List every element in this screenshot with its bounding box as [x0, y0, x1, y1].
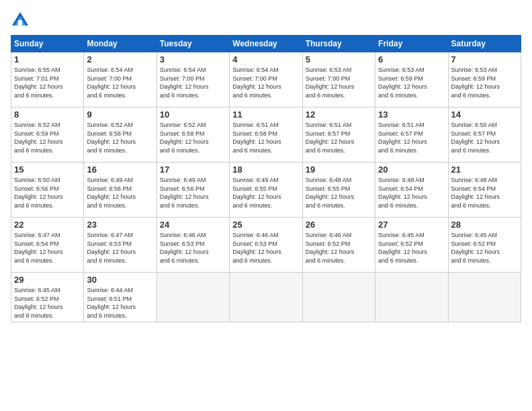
logo-icon	[11, 11, 30, 30]
day-number: 27	[378, 220, 445, 230]
page: SundayMondayTuesdayWednesdayThursdayFrid…	[0, 0, 532, 411]
week-row-3: 15Sunrise: 6:50 AMSunset: 6:56 PMDayligh…	[11, 163, 521, 218]
day-number: 15	[14, 165, 81, 175]
calendar-cell: 12Sunrise: 6:51 AMSunset: 6:57 PMDayligh…	[302, 107, 375, 163]
day-info: Sunrise: 6:52 AMSunset: 6:58 PMDaylight:…	[160, 121, 226, 154]
day-number: 23	[87, 220, 153, 230]
day-number: 20	[378, 165, 445, 175]
day-info: Sunrise: 6:45 AMSunset: 6:52 PMDaylight:…	[451, 231, 518, 265]
calendar-cell	[302, 273, 375, 322]
day-number: 3	[160, 54, 226, 64]
calendar-cell: 28Sunrise: 6:45 AMSunset: 6:52 PMDayligh…	[448, 218, 521, 273]
day-number: 2	[87, 54, 153, 64]
day-number: 9	[87, 109, 153, 120]
col-header-friday: Friday	[375, 36, 448, 52]
calendar-cell: 27Sunrise: 6:45 AMSunset: 6:52 PMDayligh…	[375, 218, 448, 273]
calendar-cell: 3Sunrise: 6:54 AMSunset: 7:00 PMDaylight…	[157, 52, 229, 107]
day-number: 29	[14, 275, 81, 285]
day-number: 4	[232, 54, 299, 64]
calendar-cell: 15Sunrise: 6:50 AMSunset: 6:56 PMDayligh…	[11, 163, 84, 218]
day-number: 24	[160, 220, 226, 230]
logo	[11, 11, 32, 30]
day-info: Sunrise: 6:48 AMSunset: 6:54 PMDaylight:…	[378, 176, 445, 210]
day-info: Sunrise: 6:51 AMSunset: 6:57 PMDaylight:…	[378, 121, 445, 154]
day-number: 6	[378, 54, 445, 64]
day-info: Sunrise: 6:48 AMSunset: 6:55 PMDaylight:…	[306, 176, 372, 210]
calendar-cell	[375, 273, 448, 322]
calendar-cell: 2Sunrise: 6:54 AMSunset: 7:00 PMDaylight…	[84, 52, 157, 107]
calendar-cell: 21Sunrise: 6:48 AMSunset: 6:54 PMDayligh…	[448, 163, 521, 218]
day-info: Sunrise: 6:54 AMSunset: 7:00 PMDaylight:…	[232, 66, 299, 99]
day-number: 25	[232, 220, 299, 230]
day-info: Sunrise: 6:46 AMSunset: 6:53 PMDaylight:…	[160, 231, 226, 265]
week-row-2: 8Sunrise: 6:52 AMSunset: 6:59 PMDaylight…	[11, 107, 521, 163]
calendar-cell: 26Sunrise: 6:46 AMSunset: 6:52 PMDayligh…	[302, 218, 375, 273]
day-info: Sunrise: 6:48 AMSunset: 6:54 PMDaylight:…	[451, 176, 518, 210]
day-info: Sunrise: 6:49 AMSunset: 6:56 PMDaylight:…	[87, 176, 153, 210]
col-header-tuesday: Tuesday	[157, 36, 229, 52]
day-info: Sunrise: 6:53 AMSunset: 7:00 PMDaylight:…	[306, 66, 372, 99]
day-number: 10	[160, 109, 226, 120]
day-info: Sunrise: 6:52 AMSunset: 6:58 PMDaylight:…	[87, 121, 153, 154]
day-number: 26	[306, 220, 372, 230]
calendar-cell: 17Sunrise: 6:49 AMSunset: 6:56 PMDayligh…	[157, 163, 229, 218]
day-info: Sunrise: 6:49 AMSunset: 6:55 PMDaylight:…	[232, 176, 299, 210]
day-number: 18	[232, 165, 299, 175]
calendar-cell: 16Sunrise: 6:49 AMSunset: 6:56 PMDayligh…	[84, 163, 157, 218]
calendar-cell: 18Sunrise: 6:49 AMSunset: 6:55 PMDayligh…	[230, 163, 302, 218]
day-number: 5	[306, 54, 372, 64]
calendar-table: SundayMondayTuesdayWednesdayThursdayFrid…	[11, 35, 521, 322]
day-info: Sunrise: 6:44 AMSunset: 6:51 PMDaylight:…	[87, 286, 153, 320]
calendar-cell: 9Sunrise: 6:52 AMSunset: 6:58 PMDaylight…	[84, 107, 157, 163]
calendar-cell	[448, 273, 521, 322]
day-number: 28	[451, 220, 518, 230]
day-number: 12	[306, 109, 372, 120]
day-info: Sunrise: 6:49 AMSunset: 6:56 PMDaylight:…	[160, 176, 226, 210]
calendar-cell: 1Sunrise: 6:55 AMSunset: 7:01 PMDaylight…	[11, 52, 84, 107]
day-number: 7	[451, 54, 518, 64]
calendar-cell: 6Sunrise: 6:53 AMSunset: 6:59 PMDaylight…	[375, 52, 448, 107]
calendar-cell: 14Sunrise: 6:50 AMSunset: 6:57 PMDayligh…	[448, 107, 521, 163]
day-info: Sunrise: 6:54 AMSunset: 7:00 PMDaylight:…	[160, 66, 226, 99]
calendar-cell: 13Sunrise: 6:51 AMSunset: 6:57 PMDayligh…	[375, 107, 448, 163]
day-info: Sunrise: 6:47 AMSunset: 6:53 PMDaylight:…	[87, 231, 153, 265]
col-header-wednesday: Wednesday	[230, 36, 302, 52]
calendar-cell: 4Sunrise: 6:54 AMSunset: 7:00 PMDaylight…	[230, 52, 302, 107]
day-info: Sunrise: 6:51 AMSunset: 6:58 PMDaylight:…	[232, 121, 299, 154]
day-info: Sunrise: 6:47 AMSunset: 6:54 PMDaylight:…	[14, 231, 81, 265]
day-info: Sunrise: 6:55 AMSunset: 7:01 PMDaylight:…	[14, 66, 81, 99]
calendar-cell: 29Sunrise: 6:45 AMSunset: 6:52 PMDayligh…	[11, 273, 84, 322]
day-number: 19	[306, 165, 372, 175]
day-info: Sunrise: 6:46 AMSunset: 6:53 PMDaylight:…	[232, 231, 299, 265]
day-number: 14	[451, 109, 518, 120]
calendar-cell: 20Sunrise: 6:48 AMSunset: 6:54 PMDayligh…	[375, 163, 448, 218]
calendar-cell: 10Sunrise: 6:52 AMSunset: 6:58 PMDayligh…	[157, 107, 229, 163]
day-info: Sunrise: 6:50 AMSunset: 6:57 PMDaylight:…	[451, 121, 518, 154]
day-number: 22	[14, 220, 81, 230]
week-row-5: 29Sunrise: 6:45 AMSunset: 6:52 PMDayligh…	[11, 273, 521, 322]
day-info: Sunrise: 6:53 AMSunset: 6:59 PMDaylight:…	[451, 66, 518, 99]
week-row-1: 1Sunrise: 6:55 AMSunset: 7:01 PMDaylight…	[11, 52, 521, 107]
calendar-cell: 25Sunrise: 6:46 AMSunset: 6:53 PMDayligh…	[230, 218, 302, 273]
calendar-cell: 19Sunrise: 6:48 AMSunset: 6:55 PMDayligh…	[302, 163, 375, 218]
day-info: Sunrise: 6:45 AMSunset: 6:52 PMDaylight:…	[378, 231, 445, 265]
day-number: 13	[378, 109, 445, 120]
day-number: 17	[160, 165, 226, 175]
col-header-monday: Monday	[84, 36, 157, 52]
calendar-cell	[157, 273, 229, 322]
week-row-4: 22Sunrise: 6:47 AMSunset: 6:54 PMDayligh…	[11, 218, 521, 273]
header-row: SundayMondayTuesdayWednesdayThursdayFrid…	[11, 36, 521, 52]
calendar-cell	[230, 273, 302, 322]
day-info: Sunrise: 6:50 AMSunset: 6:56 PMDaylight:…	[14, 176, 81, 210]
day-info: Sunrise: 6:51 AMSunset: 6:57 PMDaylight:…	[306, 121, 372, 154]
day-number: 1	[14, 54, 81, 64]
calendar-cell: 23Sunrise: 6:47 AMSunset: 6:53 PMDayligh…	[84, 218, 157, 273]
header	[11, 11, 521, 30]
day-number: 11	[232, 109, 299, 120]
day-number: 30	[87, 275, 153, 285]
svg-rect-2	[18, 20, 22, 26]
col-header-saturday: Saturday	[448, 36, 521, 52]
day-info: Sunrise: 6:46 AMSunset: 6:52 PMDaylight:…	[306, 231, 372, 265]
calendar-cell: 30Sunrise: 6:44 AMSunset: 6:51 PMDayligh…	[84, 273, 157, 322]
day-number: 16	[87, 165, 153, 175]
